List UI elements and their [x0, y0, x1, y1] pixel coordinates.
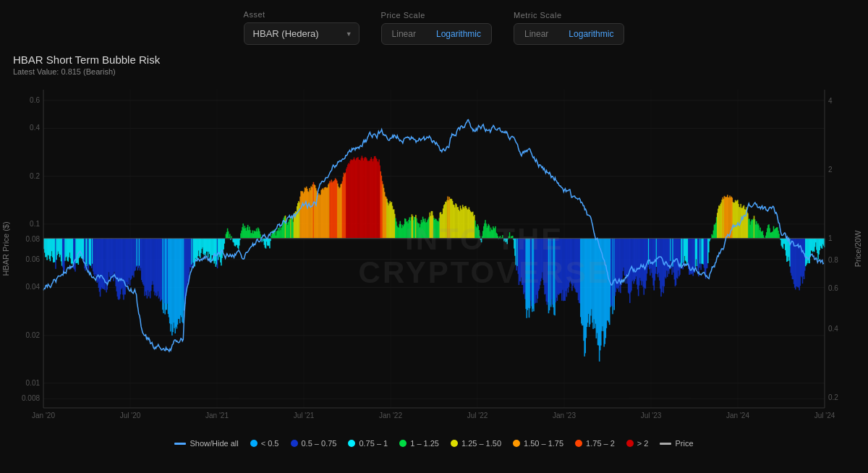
legend-15-175[interactable]: 1.50 – 1.75	[513, 439, 563, 448]
legend-gt2[interactable]: > 2	[626, 439, 649, 448]
legend-05-075[interactable]: 0.5 – 0.75	[291, 439, 337, 448]
legend-15-175-icon	[513, 440, 520, 447]
legend-05-075-label: 0.5 – 0.75	[302, 439, 337, 448]
legend-lt05-label: < 0.5	[261, 439, 279, 448]
legend-15-175-label: 1.50 – 1.75	[524, 439, 563, 448]
legend-125-15-label: 1.25 – 1.50	[461, 439, 501, 448]
legend-gt2-icon	[626, 440, 634, 447]
legend-show-hide-label: Show/Hide all	[190, 439, 238, 448]
metric-scale-control-group: Metric Scale Linear Logarithmic	[514, 11, 624, 45]
asset-label: Asset	[244, 10, 265, 19]
price-scale-linear-btn[interactable]: Linear	[382, 24, 426, 44]
asset-select-wrapper: HBAR (Hedera) BTC (Bitcoin) ETH (Ethereu…	[244, 22, 359, 45]
price-scale-control-group: Price Scale Linear Logarithmic	[381, 11, 492, 45]
price-scale-buttons: Linear Logarithmic	[381, 23, 492, 45]
legend-price-label: Price	[675, 439, 693, 448]
price-scale-label: Price Scale	[381, 11, 425, 20]
legend-1-125[interactable]: 1 – 1.25	[399, 439, 439, 448]
legend-125-15[interactable]: 1.25 – 1.50	[451, 439, 501, 448]
legend-show-hide[interactable]: Show/Hide all	[174, 439, 238, 448]
main-chart-canvas	[0, 79, 868, 433]
legend: Show/Hide all < 0.5 0.5 – 0.75 0.75 – 1 …	[0, 433, 868, 451]
legend-1-125-label: 1 – 1.25	[410, 439, 439, 448]
chart-title-area: HBAR Short Term Bubble Risk Latest Value…	[0, 52, 868, 76]
top-controls: Asset HBAR (Hedera) BTC (Bitcoin) ETH (E…	[0, 0, 868, 52]
chart-title: HBAR Short Term Bubble Risk	[13, 54, 855, 66]
legend-075-1[interactable]: 0.75 – 1	[348, 439, 388, 448]
metric-scale-log-btn[interactable]: Logarithmic	[558, 24, 624, 44]
legend-price[interactable]: Price	[660, 439, 693, 448]
legend-175-2-icon	[575, 440, 582, 447]
metric-scale-buttons: Linear Logarithmic	[514, 23, 624, 45]
legend-lt05[interactable]: < 0.5	[250, 439, 279, 448]
legend-1-125-icon	[399, 440, 407, 447]
legend-lt05-icon	[250, 440, 258, 447]
price-scale-log-btn[interactable]: Logarithmic	[426, 24, 491, 44]
legend-175-2[interactable]: 1.75 – 2	[575, 439, 615, 448]
legend-175-2-label: 1.75 – 2	[586, 439, 615, 448]
metric-scale-linear-btn[interactable]: Linear	[514, 24, 558, 44]
legend-125-15-icon	[451, 440, 458, 447]
legend-price-icon	[660, 443, 671, 445]
chart-subtitle: Latest Value: 0.815 (Bearish)	[13, 67, 855, 76]
legend-075-1-label: 0.75 – 1	[359, 439, 388, 448]
legend-075-1-icon	[348, 440, 355, 447]
asset-control-group: Asset HBAR (Hedera) BTC (Bitcoin) ETH (E…	[244, 10, 359, 45]
legend-show-hide-icon	[174, 443, 186, 445]
chart-container: INTO THE CRYPTOVERSE	[0, 79, 868, 433]
asset-select[interactable]: HBAR (Hedera) BTC (Bitcoin) ETH (Ethereu…	[244, 22, 359, 45]
legend-05-075-icon	[291, 440, 298, 447]
metric-scale-label: Metric Scale	[514, 11, 562, 20]
legend-gt2-label: > 2	[637, 439, 649, 448]
